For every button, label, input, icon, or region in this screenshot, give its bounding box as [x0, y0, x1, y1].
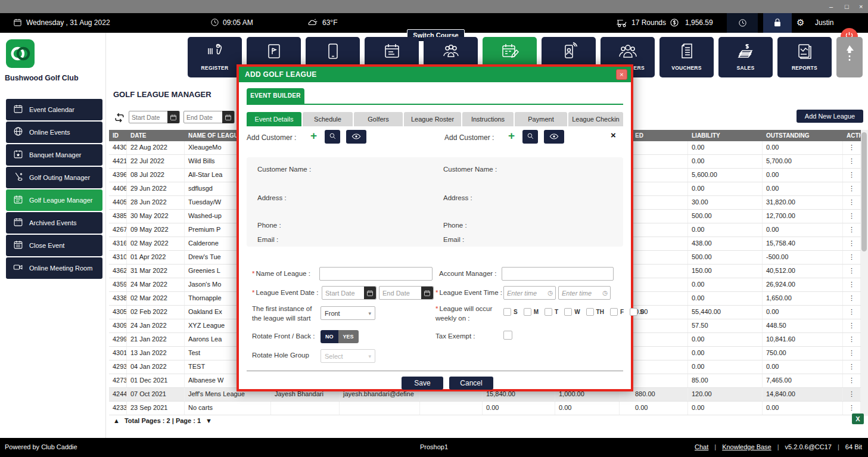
save-button[interactable]: Save [402, 377, 443, 390]
league-start-time-field[interactable]: ◷ [503, 286, 556, 300]
add-new-league-button[interactable]: Add New League [797, 110, 863, 123]
weekday-checkbox[interactable] [630, 308, 637, 316]
clear-customers-icon[interactable]: × [611, 130, 616, 140]
row-action-menu-icon[interactable]: ⋮ [843, 155, 861, 168]
add-customer-plus-icon[interactable]: + [508, 130, 515, 141]
row-action-menu-icon[interactable]: ⋮ [843, 402, 861, 415]
page-down-icon[interactable]: ▼ [206, 417, 212, 424]
end-date-filter[interactable] [183, 111, 235, 123]
calendar-picker-icon[interactable] [421, 287, 433, 299]
table-cell: 0.00 [688, 182, 763, 195]
row-action-menu-icon[interactable]: ⋮ [843, 141, 861, 154]
export-excel-icon[interactable]: X [852, 414, 864, 424]
tab-golfers[interactable]: Golfers [354, 112, 403, 126]
sidebar-item-online-meeting-room[interactable]: Online Meeting Room [6, 257, 102, 279]
collapse-toolbar-button[interactable] [836, 37, 863, 77]
lock-button[interactable] [763, 13, 792, 33]
calendar-picker-icon[interactable] [167, 111, 179, 123]
row-action-menu-icon[interactable]: ⋮ [843, 333, 861, 346]
knowledge-base-link[interactable]: Knowledge Base [722, 443, 771, 450]
start-date-input[interactable] [129, 114, 167, 121]
row-action-menu-icon[interactable]: ⋮ [843, 360, 861, 374]
rotate-hole-group-select[interactable]: Select ▾ [321, 349, 375, 363]
row-action-menu-icon[interactable]: ⋮ [843, 319, 861, 332]
toolbar-register[interactable]: REGISTER [188, 37, 242, 77]
toolbar-sales[interactable]: SALES [718, 37, 773, 77]
name-of-league-input[interactable] [320, 271, 432, 278]
sidebar-item-banquet-manager[interactable]: Banquet Manager [6, 144, 102, 166]
tab-schedule[interactable]: Schedule [303, 112, 353, 126]
row-action-menu-icon[interactable]: ⋮ [843, 374, 861, 387]
tab-league-roster[interactable]: League Roster [404, 112, 461, 126]
table-cell: 24 Mar 2022 [127, 278, 185, 291]
maximize-icon[interactable]: □ [845, 2, 849, 11]
weekday-checkbox[interactable] [524, 308, 531, 316]
tab-instructions[interactable]: Instructions [462, 112, 514, 126]
view-customer-button[interactable] [544, 130, 564, 144]
gear-icon[interactable]: ⚙ [797, 17, 804, 28]
time-clock-button[interactable] [727, 13, 758, 33]
sidebar-item-golf-league-manager[interactable]: Golf League Manager [6, 189, 102, 211]
row-action-menu-icon[interactable]: ⋮ [843, 210, 861, 223]
row-action-menu-icon[interactable]: ⋮ [843, 251, 861, 264]
search-customer-button[interactable] [325, 130, 340, 144]
search-customer-button[interactable] [522, 130, 538, 144]
toggle-no[interactable]: NO [321, 330, 338, 343]
toggle-yes[interactable]: YES [338, 330, 359, 343]
calendar-picker-icon[interactable] [364, 287, 376, 299]
sidebar-item-golf-outing-manager[interactable]: Golf Outing Manager [6, 167, 102, 188]
league-end-time-field[interactable]: ◷ [558, 286, 611, 300]
view-customer-button[interactable] [346, 130, 366, 144]
sidebar-item-online-events[interactable]: Online Events [6, 122, 102, 143]
toolbar-vouchers[interactable]: VOUCHERS [659, 37, 714, 77]
sidebar-item-event-calendar[interactable]: Event Calendar [6, 99, 102, 120]
row-action-menu-icon[interactable]: ⋮ [843, 292, 861, 305]
row-action-menu-icon[interactable]: ⋮ [843, 223, 861, 237]
calendar-picker-icon[interactable] [222, 111, 234, 123]
name-of-league-field[interactable] [319, 267, 433, 281]
row-action-menu-icon[interactable]: ⋮ [843, 278, 861, 291]
weekday-checkbox[interactable] [545, 308, 552, 316]
modal-close-icon[interactable]: × [616, 69, 627, 80]
league-start-date-field[interactable] [322, 286, 377, 300]
toolbar-reports[interactable]: REPORTS [777, 37, 832, 77]
tax-exempt-checkbox[interactable] [503, 331, 512, 340]
start-date-filter[interactable] [129, 111, 180, 123]
weekday-checkbox[interactable] [503, 308, 511, 316]
event-builder-tab[interactable]: EVENT BUILDER [247, 88, 304, 104]
end-date-input[interactable] [184, 114, 222, 121]
league-end-time-input[interactable] [559, 290, 602, 297]
row-action-menu-icon[interactable]: ⋮ [843, 265, 861, 278]
weekday-checkbox[interactable] [564, 308, 572, 316]
league-start-date-input[interactable] [322, 290, 364, 297]
tab-league-checkin[interactable]: League Checkin [568, 112, 623, 126]
chat-link[interactable]: Chat [695, 443, 708, 450]
league-start-time-input[interactable] [504, 290, 547, 297]
refresh-loop-icon[interactable] [114, 112, 125, 126]
row-action-menu-icon[interactable]: ⋮ [843, 182, 861, 195]
league-end-date-input[interactable] [379, 290, 421, 297]
cancel-button[interactable]: Cancel [449, 377, 493, 390]
sidebar-item-close-event[interactable]: Close Event [6, 235, 102, 256]
close-icon[interactable]: × [859, 2, 863, 11]
account-manager-field[interactable] [502, 267, 614, 281]
row-action-menu-icon[interactable]: ⋮ [843, 169, 861, 182]
weekday-checkbox[interactable] [610, 308, 618, 316]
sidebar-item-archived-events[interactable]: Archived Events [6, 212, 102, 234]
row-action-menu-icon[interactable]: ⋮ [843, 237, 861, 250]
account-manager-input[interactable] [502, 271, 613, 278]
tab-event-details[interactable]: Event Details [247, 112, 301, 126]
scrollbar-thumb[interactable] [861, 132, 867, 251]
row-action-menu-icon[interactable]: ⋮ [843, 306, 861, 319]
row-action-menu-icon[interactable]: ⋮ [843, 388, 861, 401]
rotate-front-back-toggle[interactable]: NO YES [321, 330, 359, 343]
row-action-menu-icon[interactable]: ⋮ [843, 196, 861, 209]
tab-payment[interactable]: Payment [515, 112, 567, 126]
minimize-icon[interactable]: – [829, 2, 833, 11]
weekday-checkbox[interactable] [586, 308, 594, 316]
league-end-date-field[interactable] [379, 286, 434, 300]
page-up-icon[interactable]: ▲ [113, 417, 120, 424]
add-customer-plus-icon[interactable]: + [310, 130, 317, 141]
first-instance-select[interactable]: Front ▾ [321, 306, 375, 320]
row-action-menu-icon[interactable]: ⋮ [843, 347, 861, 360]
